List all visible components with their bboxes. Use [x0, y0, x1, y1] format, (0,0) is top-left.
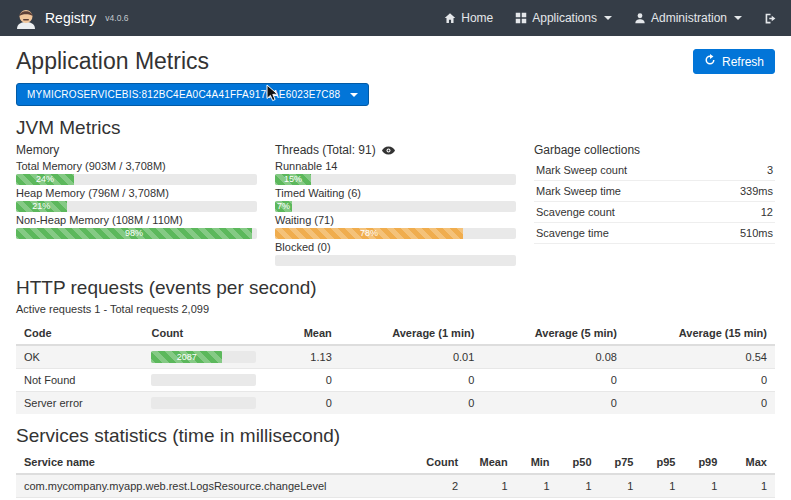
threads-heading: Threads (Total: 91)	[275, 143, 376, 158]
nav-home-label: Home	[461, 11, 493, 25]
timed-waiting-progressbar: 7%	[275, 201, 516, 212]
brand-link[interactable]: Registry v4.0.6	[14, 6, 129, 30]
column-header: p75	[600, 451, 642, 474]
service-name-cell: com.mycompany.myapp.web.rest.LogsResourc…	[16, 474, 413, 498]
http-requests-table: Code Count Mean Average (1 min) Average …	[16, 322, 775, 414]
heap-memory-progressbar: 21%	[16, 201, 257, 212]
progress-value: 98%	[125, 228, 143, 239]
nonheap-memory-label: Non-Heap Memory (108M / 110M)	[16, 214, 257, 227]
gc-row: Mark Sweep time 339ms	[534, 181, 775, 202]
count-value: 2087	[177, 352, 197, 362]
brand-name: Registry	[45, 10, 96, 26]
sign-out-button[interactable]	[764, 12, 777, 25]
refresh-label: Refresh	[722, 55, 764, 69]
table-row: OK 2087 1.13 0.01 0.08 0.54	[16, 345, 775, 369]
nav-administration[interactable]: Administration	[634, 11, 742, 25]
nav-applications[interactable]: Applications	[515, 11, 612, 25]
count-cell	[143, 369, 264, 392]
blocked-label: Blocked (0)	[275, 241, 516, 254]
column-header: Code	[16, 322, 143, 345]
page-title: Application Metrics	[16, 48, 209, 75]
instance-dropdown-label: MYMICROSERVICEBIS:812BC4EA0C4A41FFA9179A…	[27, 89, 340, 100]
count-progressbar	[151, 374, 256, 386]
services-statistics-table: Service name Count Mean Min p50 p75 p95 …	[16, 451, 775, 500]
code-cell: Server error	[16, 392, 143, 415]
avg5-cell: 0	[482, 392, 625, 415]
brand-version: v4.0.6	[105, 13, 128, 23]
mean-cell: 0	[264, 392, 339, 415]
runnable-progressbar: 15%	[275, 174, 516, 185]
total-memory-label: Total Memory (903M / 3,708M)	[16, 160, 257, 173]
thread-dump-eye-icon[interactable]	[382, 146, 395, 155]
p75-cell: 1	[600, 474, 642, 498]
gc-row: Scavenge count 12	[534, 202, 775, 223]
avg5-cell: 0	[482, 369, 625, 392]
chevron-down-icon	[604, 16, 612, 20]
count-cell: 2	[413, 474, 466, 498]
nav-home[interactable]: Home	[444, 11, 493, 25]
avg5-cell: 0.08	[482, 345, 625, 369]
nonheap-memory-progressbar: 98%	[16, 228, 257, 239]
table-row: com.mycompany.myapp.web.rest.LogsResourc…	[16, 474, 775, 498]
gc-value: 12	[761, 206, 773, 218]
gc-value: 510ms	[740, 227, 773, 239]
registry-logo-icon	[14, 6, 38, 30]
count-progressbar	[151, 397, 256, 409]
column-header: p99	[683, 451, 725, 474]
column-header: p50	[558, 451, 600, 474]
timed-waiting-label: Timed Waiting (6)	[275, 187, 516, 200]
table-row: Not Found 0 0 0 0	[16, 369, 775, 392]
runnable-label: Runnable 14	[275, 160, 516, 173]
gc-row: Mark Sweep count 3	[534, 160, 775, 181]
p95-cell: 1	[641, 474, 683, 498]
navbar: Registry v4.0.6 Home Applications	[0, 0, 791, 36]
main-content: Application Metrics Refresh MYMICROSERVI…	[0, 48, 791, 500]
waiting-progressbar: 78%	[275, 228, 516, 239]
user-icon	[634, 12, 646, 24]
mean-cell: 1.13	[264, 345, 339, 369]
heap-memory-label: Heap Memory (796M / 3,708M)	[16, 187, 257, 200]
column-header: Average (1 min)	[340, 322, 483, 345]
avg1-cell: 0	[340, 369, 483, 392]
column-header: Count	[143, 322, 264, 345]
applications-icon	[515, 12, 527, 24]
refresh-button[interactable]: Refresh	[693, 49, 775, 74]
avg15-cell: 0	[625, 392, 775, 415]
gc-label: Mark Sweep time	[536, 185, 621, 197]
table-row: Server error 0 0 0 0	[16, 392, 775, 415]
memory-section: Memory Total Memory (903M / 3,708M) 24% …	[16, 143, 257, 266]
total-memory-progressbar: 24%	[16, 174, 257, 185]
progress-value: 78%	[360, 228, 378, 239]
avg1-cell: 0.01	[340, 345, 483, 369]
avg15-cell: 0.54	[625, 345, 775, 369]
count-cell	[143, 392, 264, 415]
chevron-down-icon	[734, 16, 742, 20]
min-cell: 1	[516, 474, 558, 498]
memory-heading: Memory	[16, 143, 257, 158]
mean-cell: 1	[466, 474, 516, 498]
count-cell: 2087	[143, 345, 264, 369]
progress-value: 7%	[277, 201, 290, 212]
column-header: Max	[725, 451, 775, 474]
waiting-label: Waiting (71)	[275, 214, 516, 227]
column-header: Mean	[264, 322, 339, 345]
gc-label: Mark Sweep count	[536, 164, 627, 176]
refresh-icon	[704, 54, 716, 69]
chevron-down-icon	[350, 93, 358, 97]
progress-value: 15%	[284, 174, 302, 185]
progress-value: 24%	[36, 174, 54, 185]
p99-cell: 1	[683, 474, 725, 498]
progress-value: 21%	[32, 201, 50, 212]
services-statistics-heading: Services statistics (time in millisecond…	[16, 425, 775, 447]
gc-value: 339ms	[740, 185, 773, 197]
column-header: Min	[516, 451, 558, 474]
instance-dropdown[interactable]: MYMICROSERVICEBIS:812BC4EA0C4A41FFA9179A…	[16, 83, 369, 106]
nav-administration-label: Administration	[651, 11, 727, 25]
column-header: Mean	[466, 451, 516, 474]
column-header: Average (15 min)	[625, 322, 775, 345]
nav-menu: Home Applications Administration	[444, 11, 777, 25]
blocked-progressbar	[275, 255, 516, 266]
code-cell: Not Found	[16, 369, 143, 392]
nav-applications-label: Applications	[532, 11, 597, 25]
gc-label: Scavenge count	[536, 206, 615, 218]
